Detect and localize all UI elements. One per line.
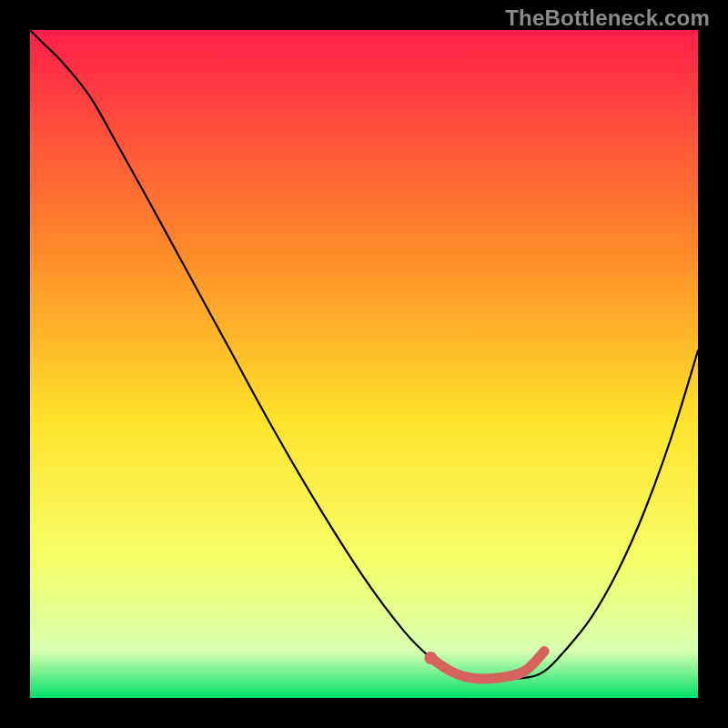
gradient-background xyxy=(30,30,698,698)
marker-dot xyxy=(424,652,437,664)
bottleneck-chart xyxy=(30,30,698,698)
chart-frame: TheBottleneck.com xyxy=(0,0,728,728)
watermark-label: TheBottleneck.com xyxy=(505,5,710,31)
